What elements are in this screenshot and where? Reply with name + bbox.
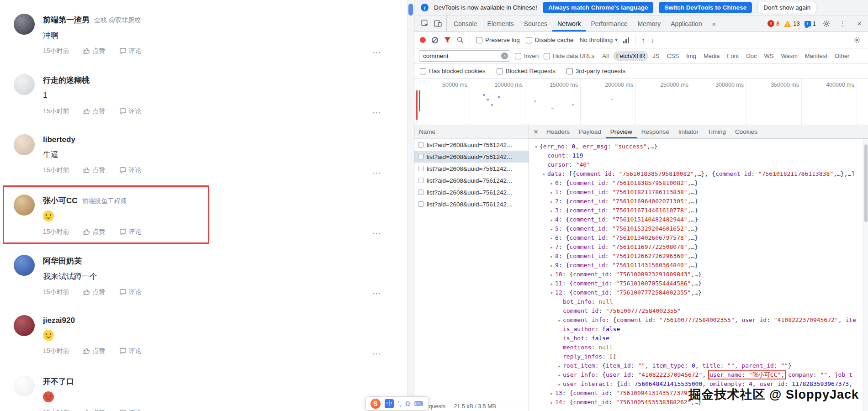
disclosure-arrow-icon[interactable]: ▸ [548, 206, 555, 215]
like-button[interactable]: 点赞 [83, 47, 106, 55]
comment-author[interactable]: 行走的迷糊桃 [43, 75, 90, 85]
filter-type-manifest[interactable]: Manifest [802, 51, 831, 61]
detail-tab-preview[interactable]: Preview [606, 125, 637, 138]
input-method-bar[interactable]: S 中 ’, Ω ⌨ [365, 396, 429, 411]
avatar[interactable] [14, 74, 35, 95]
comment-author[interactable]: libertedy [43, 135, 75, 144]
request-row[interactable]: list?aid=2608&uuid=7561242… [414, 186, 529, 198]
search-icon[interactable] [457, 37, 464, 43]
reply-button[interactable]: 评论 [119, 47, 142, 55]
detail-scrollbar[interactable] [863, 139, 868, 411]
avatar[interactable] [14, 195, 35, 216]
request-table-header[interactable]: Name [414, 125, 529, 139]
disclosure-arrow-icon[interactable]: ▸ [556, 362, 563, 370]
match-chrome-language-button[interactable]: Always match Chrome's language [543, 2, 654, 13]
sogou-logo-icon[interactable]: S [370, 399, 381, 409]
invert-checkbox[interactable]: Invert [515, 53, 539, 59]
clear-filter-icon[interactable]: × [501, 53, 508, 59]
disclosure-arrow-icon[interactable]: ▸ [548, 216, 555, 224]
disclosure-arrow-icon[interactable]: ▸ [548, 197, 555, 206]
avatar[interactable] [14, 315, 35, 336]
ime-keyboard-icon[interactable]: ⌨ [414, 400, 423, 407]
clear-icon[interactable] [432, 37, 438, 43]
tab-overflow[interactable]: » [707, 16, 721, 32]
disable-cache-checkbox[interactable]: Disable cache [526, 37, 574, 43]
avatar[interactable] [14, 134, 35, 155]
like-button[interactable]: 点赞 [83, 409, 106, 411]
request-row[interactable]: list?aid=2608&uuid=7561242… [414, 139, 529, 151]
tab-application[interactable]: Application [666, 16, 707, 32]
disclosure-arrow-icon[interactable]: ▸ [548, 225, 555, 233]
ime-mode-chinese[interactable]: 中 [385, 399, 394, 408]
disclosure-arrow-icon[interactable]: ▸ [548, 279, 555, 288]
reply-button[interactable]: 评论 [119, 409, 142, 411]
avatar[interactable] [14, 255, 35, 276]
tab-performance[interactable]: Performance [586, 16, 632, 32]
request-row[interactable]: list?aid=2608&uuid=7561242… [414, 174, 529, 186]
detail-tab-cookies[interactable]: Cookies [730, 125, 762, 138]
request-row[interactable]: list?aid=2608&uuid=7561242… [414, 151, 529, 163]
network-filter-input[interactable] [419, 50, 510, 62]
comment-author[interactable]: 开不了口 [43, 376, 74, 387]
like-button[interactable]: 点赞 [83, 288, 106, 296]
filter-type-all[interactable]: All [599, 51, 612, 61]
reply-button[interactable]: 评论 [119, 347, 142, 355]
tab-network[interactable]: Network [552, 16, 586, 32]
preserve-log-checkbox[interactable]: Preserve log [476, 37, 520, 43]
kebab-menu-icon[interactable]: ⋮ [837, 18, 849, 30]
checkbox-3rd-party-requests[interactable]: 3rd-party requests [566, 68, 626, 74]
more-button[interactable]: ⋯ [372, 228, 382, 238]
checkbox-has-blocked-cookies[interactable]: Has blocked cookies [420, 68, 486, 74]
like-button[interactable]: 点赞 [83, 228, 106, 236]
disclosure-arrow-icon[interactable]: ▾ [540, 170, 547, 179]
disclosure-arrow-icon[interactable]: ▸ [556, 380, 563, 389]
reply-button[interactable]: 评论 [119, 166, 142, 174]
reply-button[interactable]: 评论 [119, 228, 142, 236]
hide-data-urls-checkbox[interactable]: Hide data URLs [544, 53, 595, 59]
request-row[interactable]: list?aid=2608&uuid=7561242… [414, 163, 529, 174]
reply-button[interactable]: 评论 [119, 288, 142, 296]
close-detail-icon[interactable]: × [530, 125, 542, 138]
comment-author[interactable]: 张小可CC [43, 195, 78, 206]
reply-button[interactable]: 评论 [119, 107, 142, 116]
request-row[interactable]: list?aid=2608&uuid=7561242… [414, 198, 529, 210]
like-button[interactable]: 点赞 [83, 166, 106, 174]
settings-gear-icon[interactable] [820, 18, 832, 30]
throttling-dropdown[interactable]: No throttling▾ [580, 37, 618, 43]
detail-tab-headers[interactable]: Headers [542, 125, 574, 138]
comment-author[interactable]: jiezai920 [43, 316, 75, 325]
comment-author[interactable]: 阿华田奶芙 [43, 256, 82, 266]
filter-type-doc[interactable]: Doc [743, 51, 760, 61]
avatar[interactable] [14, 375, 35, 396]
detail-tab-response[interactable]: Response [637, 125, 674, 138]
disclosure-arrow-icon[interactable]: ▾ [548, 289, 555, 297]
detail-scrollbar-thumb[interactable] [864, 144, 868, 222]
switch-devtools-chinese-button[interactable]: Switch DevTools to Chinese [659, 2, 752, 13]
network-settings-gear-icon[interactable] [851, 34, 863, 46]
disclosure-arrow-icon[interactable]: ▸ [548, 179, 555, 188]
disclosure-arrow-icon[interactable]: ▾ [533, 142, 540, 151]
disclosure-arrow-icon[interactable]: ▸ [548, 270, 555, 279]
ime-symbol-icon[interactable]: Ω [405, 400, 410, 407]
disclosure-arrow-icon[interactable]: ▸ [548, 234, 555, 242]
avatar[interactable] [14, 14, 35, 35]
filter-type-wasm[interactable]: Wasm [778, 51, 800, 61]
comment-author[interactable]: 前端第一渣男 [43, 15, 90, 25]
like-button[interactable]: 点赞 [83, 347, 106, 355]
disclosure-arrow-icon[interactable]: ▸ [548, 188, 555, 197]
tab-elements[interactable]: Elements [482, 16, 519, 32]
more-button[interactable]: ⋯ [372, 107, 382, 118]
close-devtools-icon[interactable]: × [853, 18, 865, 30]
filter-type-js[interactable]: JS [649, 51, 662, 61]
disclosure-arrow-icon[interactable]: ▸ [556, 371, 563, 379]
like-button[interactable]: 点赞 [83, 107, 106, 116]
more-button[interactable]: ⋯ [372, 288, 382, 299]
disclosure-arrow-icon[interactable]: ▸ [548, 389, 555, 398]
filter-type-css[interactable]: CSS [664, 51, 683, 61]
import-har-icon[interactable]: ↑ [641, 36, 645, 44]
warning-badge[interactable]: 13 [784, 20, 799, 27]
dont-show-again-button[interactable]: Don't show again [757, 2, 816, 13]
detail-tab-payload[interactable]: Payload [574, 125, 606, 138]
tab-console[interactable]: Console [449, 16, 482, 32]
more-button[interactable]: ⋯ [372, 348, 382, 359]
